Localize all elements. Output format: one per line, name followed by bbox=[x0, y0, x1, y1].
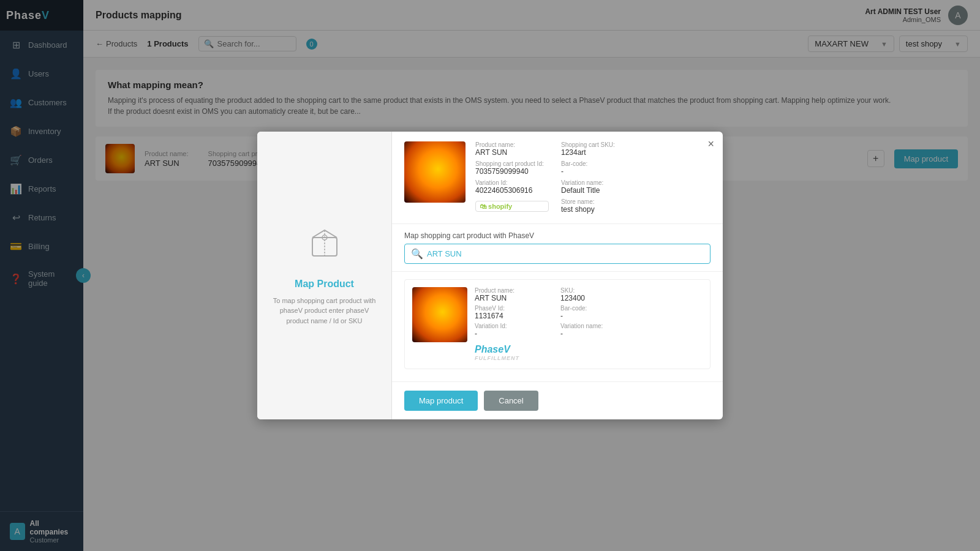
result-sku-field: SKU: 123400 bbox=[560, 287, 634, 302]
modal-sku-field: Shopping cart SKU: 1234art bbox=[561, 141, 635, 157]
modal-var-name-label: Variation name: bbox=[561, 179, 635, 186]
result-row-3: Variation Id: - Variation name: - bbox=[475, 323, 703, 338]
result-phasev-id-label: PhaseV Id: bbox=[475, 305, 548, 312]
main-area: Products mapping Art ADMIN TEST User Adm… bbox=[83, 0, 980, 551]
content-area: What mapping mean? Mapping it's process … bbox=[83, 58, 980, 551]
modal-var-id-value: 40224605306916 bbox=[475, 186, 549, 195]
modal-map-button[interactable]: Map product bbox=[404, 391, 478, 411]
modal-field-row-4: 🛍 shopify Store name: test shopy bbox=[475, 198, 710, 214]
result-var-name-field: Variation name: - bbox=[560, 323, 634, 338]
modal-var-id-label: Variation Id: bbox=[475, 179, 549, 186]
modal-cart-id-label: Shopping cart product Id: bbox=[475, 160, 549, 167]
modal-search-input[interactable] bbox=[427, 249, 704, 258]
map-product-modal: Map Product To map shopping cart product… bbox=[257, 132, 723, 419]
result-var-name-value: - bbox=[560, 329, 634, 338]
result-product-image bbox=[412, 287, 467, 342]
modal-product-image bbox=[404, 141, 466, 203]
modal-field-row-1: Product name: ART SUN Shopping cart SKU:… bbox=[475, 141, 710, 157]
modal-barcode-value: - bbox=[561, 167, 635, 176]
modal-sun-image bbox=[404, 141, 466, 203]
result-card: Product name: ART SUN SKU: 123400 bbox=[404, 279, 710, 369]
modal-sku-label: Shopping cart SKU: bbox=[561, 141, 635, 148]
modal-close-button[interactable]: × bbox=[707, 138, 714, 151]
modal-cart-id-field: Shopping cart product Id: 7035759099940 bbox=[475, 160, 549, 176]
modal-field-row-3: Variation Id: 40224605306916 Variation n… bbox=[475, 179, 710, 195]
modal-var-name-field: Variation name: Default Title bbox=[561, 179, 635, 195]
modal-search-label: Map shopping cart product with PhaseV bbox=[404, 231, 710, 240]
modal-left-desc: To map shopping cart product with phaseV… bbox=[270, 296, 379, 326]
modal-product-name-field: Product name: ART SUN bbox=[475, 141, 549, 157]
result-fields: Product name: ART SUN SKU: 123400 bbox=[475, 287, 703, 361]
result-name-field: Product name: ART SUN bbox=[475, 287, 548, 302]
modal-sku-value: 1234art bbox=[561, 148, 635, 157]
result-sku-label: SKU: bbox=[560, 287, 634, 294]
modal-store-value: test shopy bbox=[561, 205, 635, 214]
modal-product-fields: Product name: ART SUN Shopping cart SKU:… bbox=[475, 141, 710, 214]
result-var-id-label: Variation Id: bbox=[475, 323, 548, 329]
shopify-icon: 🛍 shopify bbox=[475, 201, 549, 212]
result-phasev-id-field: PhaseV Id: 1131674 bbox=[475, 305, 548, 320]
phasev-logo-text: PhaseV bbox=[475, 344, 510, 354]
modal-cancel-button[interactable]: Cancel bbox=[484, 391, 538, 411]
modal-search-box[interactable]: 🔍 bbox=[404, 244, 710, 264]
result-row-2: PhaseV Id: 1131674 Bar-code: - bbox=[475, 305, 703, 320]
modal-result-area: Product name: ART SUN SKU: 123400 bbox=[392, 272, 723, 381]
modal-store-label: Store name: bbox=[561, 198, 635, 205]
modal-cart-id-value: 7035759099940 bbox=[475, 167, 549, 176]
modal-store-name-field: Store name: test shopy bbox=[561, 198, 635, 214]
modal-var-id-field: Variation Id: 40224605306916 bbox=[475, 179, 549, 195]
map-box-icon bbox=[306, 225, 343, 269]
modal-right-panel: × Product name: ART SUN bbox=[392, 132, 723, 419]
result-var-id-field: Variation Id: - bbox=[475, 323, 548, 338]
result-phasev-id-value: 1131674 bbox=[475, 312, 548, 320]
modal-left-title: Map Product bbox=[295, 279, 354, 290]
result-var-id-value: - bbox=[475, 329, 548, 338]
result-barcode-label: Bar-code: bbox=[560, 305, 634, 312]
result-var-name-label: Variation name: bbox=[560, 323, 634, 329]
phasev-tagline: FULFILLMENT bbox=[475, 355, 703, 361]
modal-field-row-2: Shopping cart product Id: 7035759099940 … bbox=[475, 160, 710, 176]
modal-barcode-field: Bar-code: - bbox=[561, 160, 635, 176]
result-barcode-value: - bbox=[560, 312, 634, 320]
result-sku-value: 123400 bbox=[560, 294, 634, 302]
modal-search-area: Map shopping cart product with PhaseV 🔍 bbox=[392, 224, 723, 272]
modal-overlay: Map Product To map shopping cart product… bbox=[83, 58, 980, 551]
modal-product-name-label: Product name: bbox=[475, 141, 549, 148]
modal-store-badge: 🛍 shopify bbox=[475, 201, 549, 214]
result-row-1: Product name: ART SUN SKU: 123400 bbox=[475, 287, 703, 302]
modal-search-icon: 🔍 bbox=[411, 248, 423, 260]
modal-product-card: Product name: ART SUN Shopping cart SKU:… bbox=[392, 132, 723, 224]
result-name-label: Product name: bbox=[475, 287, 548, 294]
modal-barcode-label: Bar-code: bbox=[561, 160, 635, 167]
result-barcode-field: Bar-code: - bbox=[560, 305, 634, 320]
phasev-logo: PhaseV FULFILLMENT bbox=[475, 344, 703, 361]
modal-var-name-value: Default Title bbox=[561, 186, 635, 195]
modal-footer: Map product Cancel bbox=[392, 381, 723, 419]
modal-left-panel: Map Product To map shopping cart product… bbox=[257, 132, 392, 419]
result-name-value: ART SUN bbox=[475, 294, 548, 302]
modal-product-name-value: ART SUN bbox=[475, 148, 549, 157]
result-sun-image bbox=[412, 287, 467, 342]
